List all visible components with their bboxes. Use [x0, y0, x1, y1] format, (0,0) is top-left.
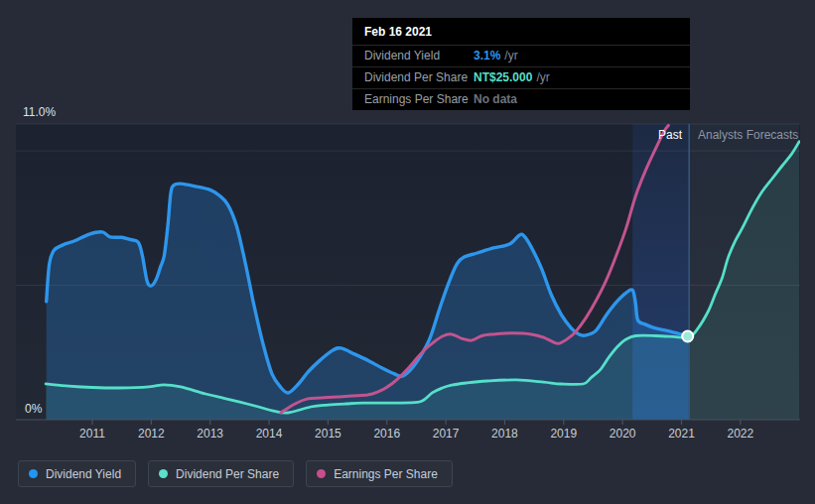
tooltip: Feb 16 2021 Dividend Yield 3.1% /yr Divi… — [352, 18, 690, 110]
x-axis-label-2022: 2022 — [727, 427, 753, 441]
x-axis-label-2013: 2013 — [197, 427, 223, 441]
y-axis-min-label: 0% — [25, 402, 43, 416]
legend: Dividend Yield Dividend Per Share Earnin… — [18, 460, 453, 487]
tooltip-row-dividend-per-share: Dividend Per Share NT$25.000 /yr — [352, 66, 690, 88]
tooltip-value: NT$25.000 — [474, 70, 532, 84]
tooltip-date: Feb 16 2021 — [352, 18, 690, 45]
legend-label: Dividend Yield — [46, 467, 121, 481]
tooltip-label: Dividend Per Share — [364, 70, 474, 84]
forecast-region-label: Analysts Forecasts — [698, 128, 798, 142]
tooltip-value: 3.1% — [474, 49, 500, 63]
x-axis-label-2012: 2012 — [138, 427, 165, 441]
x-axis-label-2015: 2015 — [315, 427, 341, 441]
marker-layer — [682, 331, 693, 342]
tooltip-value: No data — [474, 92, 517, 106]
tooltip-value-suffix: /yr — [536, 70, 549, 84]
dividend-yield-dot-icon — [29, 469, 38, 478]
x-axis-label-2018: 2018 — [491, 427, 518, 441]
x-axis-label-2014: 2014 — [256, 427, 283, 441]
past-region-label: Past — [658, 128, 682, 142]
tooltip-label: Dividend Yield — [364, 49, 474, 63]
legend-item-dividend-yield[interactable]: Dividend Yield — [18, 460, 136, 487]
selected-point-marker[interactable] — [682, 331, 693, 342]
tooltip-row-dividend-yield: Dividend Yield 3.1% /yr — [352, 45, 690, 66]
x-axis-label-2020: 2020 — [610, 427, 636, 441]
dividend-chart-screen: 2011201220132014201520162017201820192020… — [0, 0, 815, 504]
legend-label: Dividend Per Share — [176, 467, 279, 481]
tooltip-row-earnings-per-share: Earnings Per Share No data — [352, 88, 690, 110]
x-axis-label-2011: 2011 — [79, 427, 105, 441]
legend-item-dividend-per-share[interactable]: Dividend Per Share — [148, 460, 294, 487]
y-axis-max-label: 11.0% — [23, 105, 56, 119]
legend-label: Earnings Per Share — [334, 467, 438, 481]
x-axis-label-2016: 2016 — [373, 427, 400, 441]
legend-item-earnings-per-share[interactable]: Earnings Per Share — [306, 460, 453, 487]
x-axis-label-2021: 2021 — [668, 427, 695, 441]
dividend-per-share-dot-icon — [159, 469, 168, 478]
earnings-per-share-dot-icon — [317, 469, 326, 478]
x-axis-label-2019: 2019 — [550, 427, 577, 441]
x-axis-label-2017: 2017 — [433, 427, 460, 441]
tooltip-label: Earnings Per Share — [364, 92, 474, 106]
tooltip-value-suffix: /yr — [504, 49, 517, 63]
